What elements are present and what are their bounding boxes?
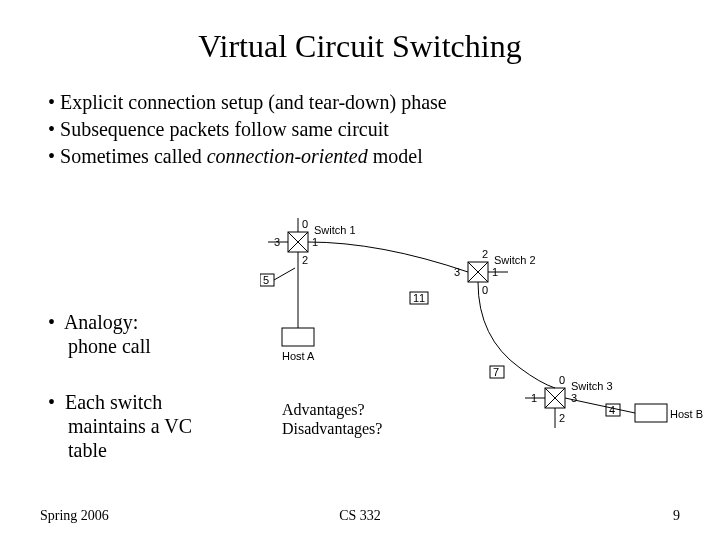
- vci-5: 5: [263, 274, 269, 286]
- main-bullets: Explicit connection setup (and tear-down…: [48, 89, 720, 170]
- lower-bullet-1: • Analogy: phone call: [48, 310, 151, 358]
- sw2-port3: 3: [454, 266, 460, 278]
- sw3-port1: 1: [531, 392, 537, 404]
- svg-line-22: [274, 268, 295, 280]
- sw2-port0: 0: [482, 284, 488, 296]
- sw3-port3: 3: [571, 392, 577, 404]
- bullet-3-pre: Sometimes called: [60, 145, 207, 167]
- label-host-a: Host A: [282, 350, 314, 362]
- sw1-port2: 2: [302, 254, 308, 266]
- footer-left: Spring 2006: [40, 508, 109, 524]
- vci-7: 7: [493, 366, 499, 378]
- bullet-1: Explicit connection setup (and tear-down…: [48, 89, 720, 116]
- sw1-port1: 1: [312, 236, 318, 248]
- vci-4: 4: [609, 404, 615, 416]
- lb2-line2: maintains a VC: [68, 415, 192, 437]
- lb1-line1: Analogy:: [64, 311, 138, 333]
- lb2-line1: Each switch: [65, 391, 162, 413]
- network-diagram: Switch 1 Switch 2 Switch 3 0 1 2 3 0 1 2…: [260, 218, 710, 478]
- lb1-line2: phone call: [68, 335, 151, 357]
- footer-center: CS 332: [339, 508, 381, 524]
- label-switch1: Switch 1: [314, 224, 356, 236]
- sw3-port2: 2: [559, 412, 565, 424]
- sw1-port3: 3: [274, 236, 280, 248]
- vci-11: 11: [413, 292, 425, 304]
- footer-right: 9: [673, 508, 680, 524]
- bullet-3-post: model: [368, 145, 423, 167]
- label-host-b: Host B: [670, 408, 703, 420]
- label-switch3: Switch 3: [571, 380, 613, 392]
- sw2-port2: 2: [482, 248, 488, 260]
- bullet-3: Sometimes called connection-oriented mod…: [48, 143, 720, 170]
- bullet-2: Subsequence packets follow same circuit: [48, 116, 720, 143]
- sw1-port0: 0: [302, 218, 308, 230]
- bullet-3-italic: connection-oriented: [207, 145, 368, 167]
- lower-bullet-2: • Each switch maintains a VC table: [48, 390, 192, 462]
- svg-rect-16: [282, 328, 314, 346]
- sw3-port0: 0: [559, 374, 565, 386]
- lb2-line3: table: [68, 439, 107, 461]
- svg-rect-17: [635, 404, 667, 422]
- slide-title: Virtual Circuit Switching: [0, 28, 720, 65]
- sw2-port1: 1: [492, 266, 498, 278]
- label-switch2: Switch 2: [494, 254, 536, 266]
